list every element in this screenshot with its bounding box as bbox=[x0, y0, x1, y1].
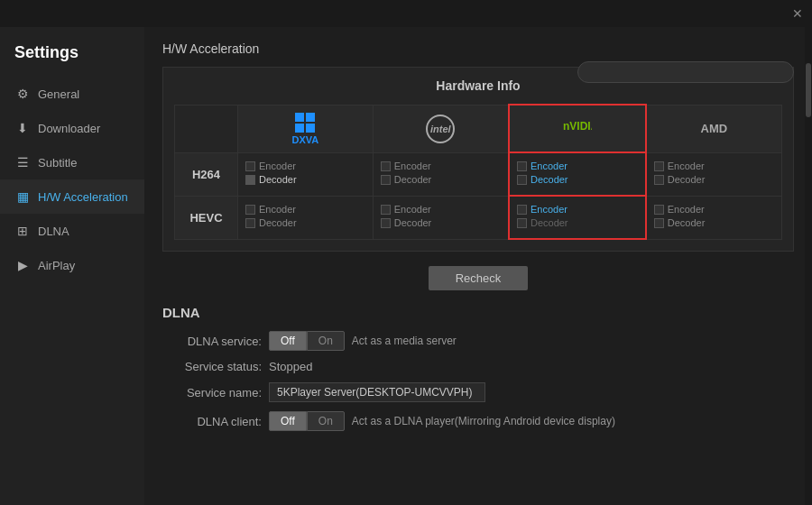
downloader-icon: ⬇ bbox=[14, 120, 31, 136]
scrollbar-thumb[interactable] bbox=[806, 63, 811, 117]
dxva-h264-encoder-label: Encoder bbox=[259, 161, 296, 171]
dxva-hevc-encoder-check[interactable] bbox=[245, 205, 255, 215]
nvidia-hevc-cell: Encoder Decoder bbox=[509, 196, 646, 239]
nvidia-hevc-encoder-label: Encoder bbox=[531, 204, 567, 215]
amd-hevc-encoder-check[interactable] bbox=[654, 205, 664, 215]
amd-hevc-decoder-row: Decoder bbox=[654, 217, 776, 228]
service-name-input[interactable] bbox=[269, 382, 485, 402]
col-header-amd: AMD bbox=[646, 105, 782, 152]
sidebar: Settings ⚙ General ⬇ Downloader ☰ Subtit… bbox=[0, 27, 144, 505]
dlna-client-on-button[interactable]: On bbox=[307, 411, 345, 431]
dxva-hevc-decoder-row: Decoder bbox=[245, 217, 367, 228]
scrollbar-track bbox=[805, 27, 812, 505]
amd-h264-decoder-check[interactable] bbox=[654, 175, 664, 185]
intel-h264-encoder-row: Encoder bbox=[381, 161, 503, 171]
dlna-section-title: DLNA bbox=[162, 305, 794, 320]
sidebar-item-airplay[interactable]: ▶ AirPlay bbox=[0, 248, 144, 282]
dlna-service-on-button[interactable]: On bbox=[307, 331, 345, 351]
dxva-windows-icon bbox=[295, 113, 315, 133]
intel-icon: intel bbox=[426, 115, 455, 143]
amd-hevc-encoder-row: Encoder bbox=[654, 204, 776, 215]
dxva-h264-cell: Encoder Decoder bbox=[238, 152, 374, 196]
sidebar-item-hw-acceleration[interactable]: ▦ H/W Acceleration bbox=[0, 179, 144, 214]
intel-hevc-cell: Encoder Decoder bbox=[373, 196, 509, 239]
sidebar-item-downloader-label: Downloader bbox=[38, 122, 100, 135]
title-bar: ✕ bbox=[0, 0, 812, 27]
amd-hevc-encoder-label: Encoder bbox=[668, 204, 705, 215]
sidebar-item-general[interactable]: ⚙ General bbox=[0, 77, 144, 111]
amd-hevc-decoder-label: Decoder bbox=[668, 217, 706, 228]
sidebar-title: Settings bbox=[0, 36, 144, 77]
svg-text:nVIDIA: nVIDIA bbox=[563, 120, 592, 133]
nvidia-hevc-encoder-check[interactable] bbox=[517, 205, 527, 215]
dxva-hevc-cell: Encoder Decoder bbox=[238, 196, 374, 239]
sidebar-item-subtitle[interactable]: ☰ Subtitle bbox=[0, 145, 144, 179]
amd-label: AMD bbox=[652, 122, 776, 135]
dxva-hevc-decoder-check[interactable] bbox=[245, 218, 255, 228]
sidebar-item-dlna-label: DLNA bbox=[38, 225, 69, 238]
dlna-client-off-button[interactable]: Off bbox=[269, 411, 307, 431]
nvidia-h264-encoder-check[interactable] bbox=[517, 161, 527, 171]
nvidia-hevc-decoder-check[interactable] bbox=[517, 218, 527, 228]
h264-label: H264 bbox=[175, 152, 238, 196]
dlna-section: DLNA DLNA service: Off On Act as a media… bbox=[162, 305, 794, 431]
intel-hevc-decoder-check[interactable] bbox=[381, 218, 391, 228]
intel-h264-decoder-row: Decoder bbox=[381, 174, 503, 185]
nvidia-h264-encoder-row: Encoder bbox=[517, 161, 640, 171]
service-name-row: Service name: bbox=[162, 382, 794, 402]
col-header-dxva: DXVA bbox=[238, 105, 374, 152]
nvidia-h264-decoder-row: Decoder bbox=[517, 174, 640, 185]
amd-h264-encoder-check[interactable] bbox=[654, 161, 664, 171]
subtitle-icon: ☰ bbox=[14, 154, 31, 170]
nvidia-hevc-decoder-label: Decoder bbox=[531, 217, 568, 228]
dlna-service-off-button[interactable]: Off bbox=[269, 331, 307, 351]
service-status-value: Stopped bbox=[269, 360, 312, 373]
intel-hevc-encoder-row: Encoder bbox=[381, 204, 503, 215]
dlna-client-label: DLNA client: bbox=[162, 415, 262, 428]
amd-h264-encoder-label: Encoder bbox=[668, 161, 705, 171]
dxva-h264-decoder-check[interactable] bbox=[245, 175, 255, 185]
nvidia-h264-encoder-label: Encoder bbox=[531, 161, 567, 171]
dlna-service-desc: Act as a media server bbox=[352, 335, 457, 347]
intel-hevc-encoder-check[interactable] bbox=[381, 205, 391, 215]
dlna-service-row: DLNA service: Off On Act as a media serv… bbox=[162, 331, 794, 351]
table-row-h264: H264 Encoder Decoder bbox=[175, 152, 782, 196]
intel-h264-cell: Encoder Decoder bbox=[373, 152, 509, 196]
amd-h264-cell: Encoder Decoder bbox=[646, 152, 782, 196]
dlna-client-toggle: Off On bbox=[269, 411, 345, 431]
main-content: H/W Acceleration Hardware Info DXVA bbox=[144, 27, 812, 505]
hevc-label: HEVC bbox=[175, 196, 238, 239]
dxva-h264-encoder-check[interactable] bbox=[245, 161, 255, 171]
nvidia-hevc-encoder-row: Encoder bbox=[517, 204, 640, 215]
search-input[interactable] bbox=[577, 61, 794, 83]
amd-h264-encoder-row: Encoder bbox=[654, 161, 776, 171]
dlna-service-toggle: Off On bbox=[269, 331, 345, 351]
hw-info-box: Hardware Info DXVA bbox=[162, 67, 794, 252]
intel-h264-decoder-check[interactable] bbox=[381, 175, 391, 185]
sidebar-item-subtitle-label: Subtitle bbox=[38, 156, 77, 170]
dlna-service-label: DLNA service: bbox=[162, 335, 262, 348]
airplay-icon: ▶ bbox=[14, 257, 31, 273]
dxva-hevc-decoder-label: Decoder bbox=[259, 217, 297, 228]
sidebar-item-downloader[interactable]: ⬇ Downloader bbox=[0, 111, 144, 145]
sidebar-item-general-label: General bbox=[38, 87, 79, 101]
nvidia-icon: nVIDIA bbox=[515, 116, 640, 138]
hw-section-title: H/W Acceleration bbox=[162, 41, 794, 56]
hw-table: DXVA intel nVIDIA bbox=[174, 104, 782, 240]
sidebar-item-dlna[interactable]: ⊞ DLNA bbox=[0, 214, 144, 248]
close-button[interactable]: ✕ bbox=[790, 6, 805, 21]
amd-h264-decoder-label: Decoder bbox=[668, 174, 706, 185]
dlna-icon: ⊞ bbox=[14, 223, 31, 239]
amd-hevc-decoder-check[interactable] bbox=[654, 218, 664, 228]
nvidia-h264-cell: Encoder Decoder bbox=[509, 152, 646, 196]
recheck-button[interactable]: Recheck bbox=[429, 266, 529, 290]
nvidia-h264-decoder-check[interactable] bbox=[517, 175, 527, 185]
dxva-h264-decoder-row: Decoder bbox=[245, 174, 367, 185]
dlna-client-desc: Act as a DLNA player(Mirroring Android d… bbox=[352, 415, 615, 427]
service-name-label: Service name: bbox=[162, 386, 262, 399]
nvidia-hevc-decoder-row: Decoder bbox=[517, 217, 640, 228]
intel-h264-encoder-check[interactable] bbox=[381, 161, 391, 171]
dlna-client-row: DLNA client: Off On Act as a DLNA player… bbox=[162, 411, 794, 431]
amd-hevc-cell: Encoder Decoder bbox=[646, 196, 782, 239]
intel-hevc-decoder-label: Decoder bbox=[394, 217, 432, 228]
